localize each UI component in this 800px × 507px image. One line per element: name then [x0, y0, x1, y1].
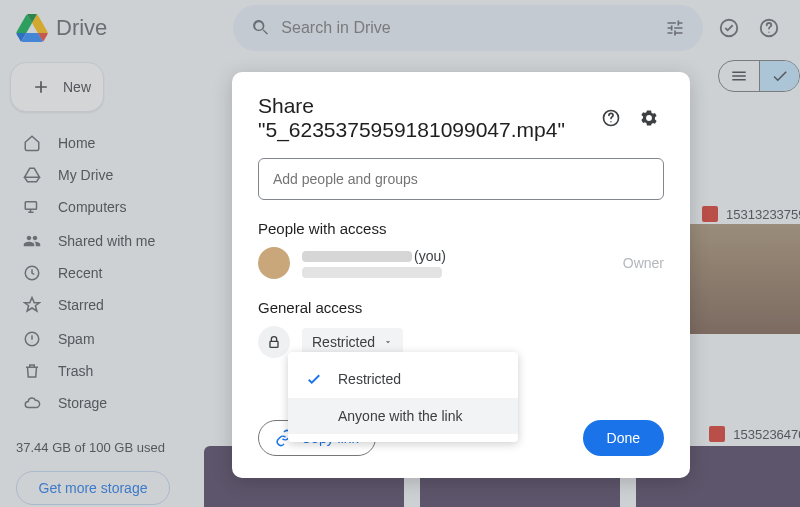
- general-section-label: General access: [258, 299, 664, 316]
- svg-rect-8: [270, 341, 278, 347]
- help-icon[interactable]: [596, 103, 626, 133]
- svg-point-7: [610, 121, 611, 122]
- chevron-down-icon: [383, 337, 393, 347]
- access-dropdown-menu: Restricted Anyone with the link: [288, 352, 518, 442]
- add-people-input[interactable]: [258, 158, 664, 200]
- gear-icon[interactable]: [634, 103, 664, 133]
- done-button[interactable]: Done: [583, 420, 664, 456]
- check-icon: [304, 370, 324, 388]
- you-suffix: (you): [414, 248, 446, 264]
- person-email-redacted: [302, 267, 442, 278]
- person-name-redacted: [302, 251, 412, 262]
- dropdown-option-anyone[interactable]: Anyone with the link: [288, 398, 518, 434]
- dropdown-option-label: Restricted: [338, 371, 401, 387]
- avatar: [258, 247, 290, 279]
- people-section-label: People with access: [258, 220, 664, 237]
- dropdown-option-restricted[interactable]: Restricted: [288, 360, 518, 398]
- dialog-title: Share "5_6235375959181099047.mp4": [258, 94, 588, 142]
- access-value: Restricted: [312, 334, 375, 350]
- role-label: Owner: [623, 255, 664, 271]
- lock-icon: [258, 326, 290, 358]
- person-row: (you) Owner: [258, 247, 664, 279]
- dropdown-option-label: Anyone with the link: [338, 408, 463, 424]
